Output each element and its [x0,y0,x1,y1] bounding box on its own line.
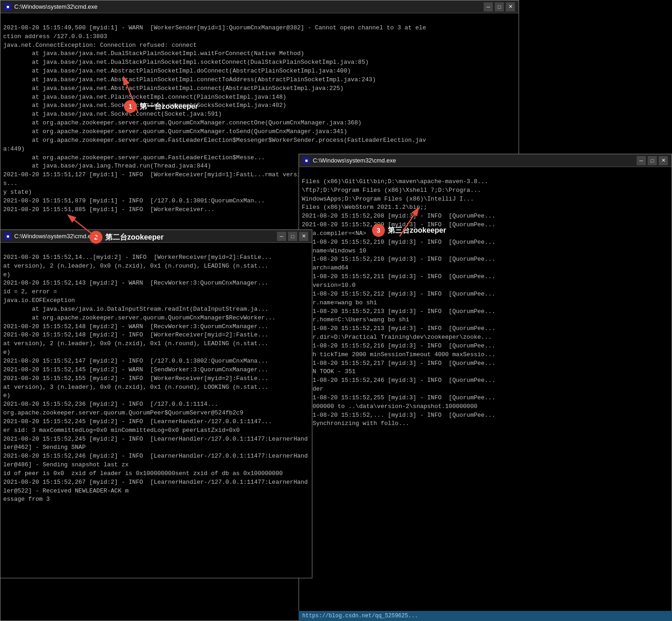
third-cmd-content: Files (x86)\Git\Git\bin;D:\maven\apache-… [299,167,672,621]
titlebar-buttons: ─ □ ✕ [484,2,515,11]
titlebar-left: ■ C:\Windows\system32\cmd.exe [4,3,97,11]
maximize-button[interactable]: □ [495,2,504,11]
annotation-label-3: 第三台zookeeper [388,226,446,235]
third-content-text: Files (x86)\Git\Git\bin;D:\maven\apache-… [302,178,495,427]
annotation-1: 1 第一台zookeeper [124,100,198,113]
cmd-icon: ■ [4,3,11,11]
third-cmd-window[interactable]: ■ C:\Windows\system32\cmd.exe ─ □ ✕ File… [299,154,672,621]
statusbar: https://blog.csdn.net/qq_5259625... [299,611,672,621]
third-window-title: C:\Windows\system32\cmd.exe [313,157,396,164]
second-cmd-window[interactable]: ■ C:\Windows\system32\cmd.exe ─ □ ✕ 2021… [0,229,312,578]
annotation-circle-1: 1 [124,100,137,113]
third-minimize-button[interactable]: ─ [637,156,646,165]
annotation-2: 2 第二台zookeeper [90,231,164,244]
second-cmd-content: 2021-08-20 15:15:52,14...[myid:2] - INFO… [0,243,312,578]
second-maximize-button[interactable]: □ [288,232,297,241]
second-titlebar-left: ■ C:\Windows\system32\cmd.exe [4,233,97,240]
annotation-label-1: 第一台zookeeper [140,102,198,112]
statusbar-text: https://blog.csdn.net/qq_5259625... [302,613,418,619]
annotation-label-2: 第二台zookeeper [105,233,164,242]
second-titlebar-buttons: ─ □ ✕ [277,232,308,241]
close-button[interactable]: ✕ [506,2,515,11]
second-cmd-icon: ■ [4,233,11,240]
main-titlebar: ■ C:\Windows\system32\cmd.exe ─ □ ✕ [0,0,519,13]
third-titlebar-buttons: ─ □ ✕ [637,156,668,165]
second-window-title: C:\Windows\system32\cmd.exe [14,233,97,240]
second-minimize-button[interactable]: ─ [277,232,286,241]
third-titlebar-left: ■ C:\Windows\system32\cmd.exe [303,157,396,164]
third-cmd-icon: ■ [303,157,310,164]
second-close-button[interactable]: ✕ [299,232,308,241]
annotation-3: 3 第三台zookeeper [372,224,446,237]
annotation-circle-3: 3 [372,224,385,237]
third-titlebar: ■ C:\Windows\system32\cmd.exe ─ □ ✕ [299,154,672,167]
second-content-text: 2021-08-20 15:15:52,14...[myid:2] - INFO… [3,254,308,503]
third-close-button[interactable]: ✕ [659,156,668,165]
main-window-title: C:\Windows\system32\cmd.exe [14,3,97,10]
third-maximize-button[interactable]: □ [648,156,657,165]
minimize-button[interactable]: ─ [484,2,493,11]
annotation-circle-2: 2 [90,231,102,244]
